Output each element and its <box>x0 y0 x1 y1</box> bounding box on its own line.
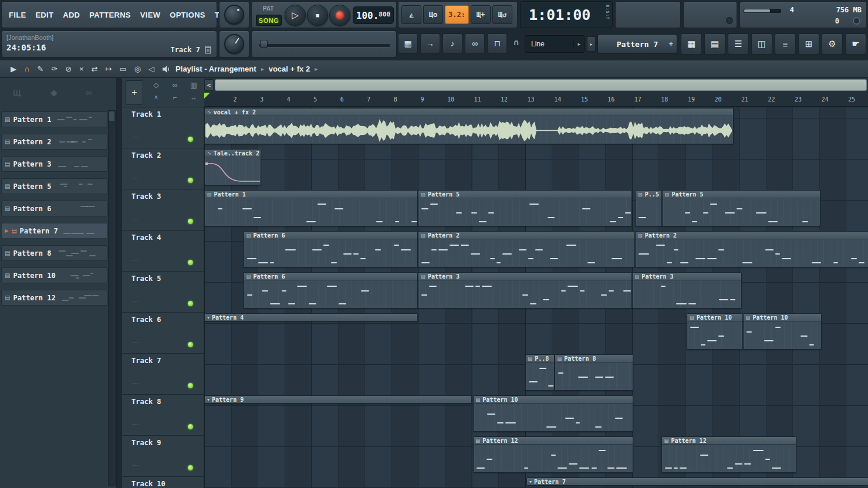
track-enable-led[interactable] <box>188 219 193 224</box>
touch-controller-button[interactable]: ☛ <box>845 33 866 55</box>
precount-button[interactable]: 3.2: <box>445 5 469 24</box>
playlist-clip-pattern-10[interactable]: ▤Pattern 10 <box>687 313 743 350</box>
delete-tool-icon[interactable]: ⊘ <box>65 60 72 78</box>
snap-selector[interactable]: Line ▸ <box>525 35 585 53</box>
add-track-button[interactable]: + <box>126 80 143 105</box>
browser-button[interactable]: ≡ <box>775 33 796 55</box>
trash-icon[interactable] <box>204 45 212 54</box>
pattern-list-item-pattern-8[interactable]: ▤Pattern 8 <box>1 245 107 261</box>
patterns-filter-icon[interactable]: Щ <box>13 87 21 97</box>
channel-rack-button[interactable]: ☰ <box>728 33 749 55</box>
play-button[interactable]: ▷ <box>285 5 306 26</box>
global-snap-icon[interactable]: ∩ <box>513 38 519 47</box>
clip-header[interactable]: ▤Pattern 3 <box>633 273 741 280</box>
clip-header[interactable]: ▤P..5 <box>636 191 661 198</box>
clip-header[interactable]: ▤Pattern 5 <box>663 191 820 198</box>
pattern-scrollbar-thumb[interactable] <box>109 111 114 121</box>
clip-header[interactable]: ▤P..8 <box>526 355 554 362</box>
track-header-track-8[interactable]: Track 8⋯ <box>122 395 204 436</box>
tempo-spinner[interactable]: ▲▼ <box>388 11 391 18</box>
playlist-clip-p-8[interactable]: ▤P..8 <box>525 354 555 391</box>
track-header-track-4[interactable]: Track 4⋯ <box>122 231 204 272</box>
playlist-clip-pattern-4[interactable]: ▾Pattern 4 <box>204 313 418 321</box>
pat-mode-label[interactable]: PAT <box>252 5 285 12</box>
clip-header[interactable]: ▤Pattern 2 <box>418 232 634 239</box>
draw-tool-icon[interactable]: ✎ <box>37 60 43 78</box>
track-enable-led[interactable] <box>188 137 193 142</box>
select-tool-icon[interactable]: ▭ <box>119 60 126 78</box>
pattern-list-item-pattern-1[interactable]: ▤Pattern 1 <box>1 111 107 127</box>
overdub-button[interactable]: Щ+ <box>471 5 491 24</box>
pattern-list-item-pattern-12[interactable]: ▤Pattern 12 <box>1 290 107 306</box>
playlist-title[interactable]: Playlist - Arrangement <box>175 65 256 73</box>
menu-item-options[interactable]: OPTIONS <box>165 11 210 19</box>
speaker-icon[interactable] <box>163 66 171 73</box>
monitor-knob[interactable] <box>726 17 733 24</box>
zoom-tool-icon[interactable]: ◎ <box>134 60 141 78</box>
song-mode-toggle[interactable]: SONG <box>256 15 282 26</box>
jog-wheel[interactable] <box>224 34 244 54</box>
track-header-track-10[interactable]: Track 10⋯ <box>122 477 204 488</box>
playlist-clip-pattern-1[interactable]: ▤Pattern 1 <box>204 190 418 226</box>
clip-header[interactable]: ▤Pattern 10 <box>744 314 821 321</box>
track-header-track-7[interactable]: Track 7⋯ <box>122 354 204 395</box>
track-enable-led[interactable] <box>188 178 193 183</box>
clip-header[interactable]: ▤Pattern 8 <box>555 355 633 362</box>
playlist-breadcrumb[interactable]: vocal + fx 2 <box>269 65 310 73</box>
clip-header[interactable]: ▤Pattern 5 <box>418 191 631 198</box>
add-pattern-button[interactable]: + <box>668 39 673 48</box>
clip-header[interactable]: ▤Pattern 12 <box>474 437 633 445</box>
grid-icon[interactable]: ▥ <box>187 81 201 89</box>
track-options-dots[interactable]: ⋯ <box>133 215 140 223</box>
track-enable-led[interactable] <box>188 260 193 265</box>
playlist-clip-tale-track-2[interactable]: ∿Tale..track_2 <box>204 149 261 185</box>
playlist-clip-pattern-8[interactable]: ▤Pattern 8 <box>555 354 633 391</box>
track-options-dots[interactable]: ⋯ <box>133 421 140 428</box>
pointer-icon[interactable]: ◇ <box>149 81 163 89</box>
mute-tool-icon[interactable]: × <box>79 60 84 78</box>
link-clips-icon[interactable]: ∞ <box>168 81 182 89</box>
track-enable-led[interactable] <box>188 383 193 388</box>
stop-button[interactable]: ■ <box>307 5 328 26</box>
timeline-ruler[interactable]: 2345678910111213141516171819202122232425 <box>204 92 868 107</box>
dial-icon[interactable] <box>853 17 860 25</box>
record-button[interactable] <box>329 5 350 26</box>
pattern-list-item-pattern-7[interactable]: ▶▤Pattern 7 <box>1 223 107 239</box>
playlist-clip-pattern-12[interactable]: ▤Pattern 12 <box>661 436 796 473</box>
playlist-clip-pattern-5[interactable]: ▤Pattern 5 <box>418 190 631 226</box>
song-position-time[interactable]: 1:01:00 <box>529 6 590 23</box>
clip-header[interactable]: ▾Pattern 7 <box>527 478 868 486</box>
clip-header[interactable]: ▤Pattern 6 <box>244 273 417 280</box>
playlist-clip-pattern-10[interactable]: ▤Pattern 10 <box>473 395 633 432</box>
clip-header[interactable]: ∿vocal + fx 2 <box>205 109 733 116</box>
playlist-clip-pattern-5[interactable]: ▤Pattern 5 <box>662 190 820 226</box>
track-options-dots[interactable]: ⋯ <box>133 133 140 141</box>
pitch-slider-groove[interactable] <box>259 44 390 47</box>
menu-item-patterns[interactable]: PATTERNS <box>85 11 136 19</box>
menu-item-file[interactable]: FILE <box>4 11 31 19</box>
playlist-clip-pattern-9[interactable]: ▾Pattern 9 <box>204 395 472 404</box>
pattern-list-item-pattern-2[interactable]: ▤Pattern 2 <box>1 134 107 150</box>
clip-header[interactable]: ▤Pattern 10 <box>474 396 633 404</box>
link-filter-icon[interactable]: ∞ <box>86 87 92 97</box>
pattern-list-item-pattern-5[interactable]: ▤Pattern 5 <box>1 178 107 194</box>
slip-tool-icon[interactable]: ⇄ <box>92 60 98 78</box>
rack-filter-icon[interactable]: ◆ <box>50 87 58 98</box>
playlist-clip-pattern-2[interactable]: ▤Pattern 2 <box>418 231 635 267</box>
pattern-list-item-pattern-6[interactable]: ▤Pattern 6 <box>1 201 107 216</box>
track-options-dots[interactable]: ⋯ <box>133 256 140 264</box>
menu-item-add[interactable]: ADD <box>58 11 85 19</box>
slide-tool-icon[interactable]: ↦ <box>106 60 112 78</box>
track-header-track-3[interactable]: Track 3⋯ <box>122 189 204 231</box>
performance-hat-button[interactable]: ⊓ <box>487 33 507 53</box>
track-options-dots[interactable]: ⋯ <box>133 297 140 305</box>
piano-roll-button[interactable]: ▤ <box>704 33 725 55</box>
note-button[interactable]: ♪ <box>443 33 462 53</box>
wait-for-input-button[interactable]: Щʘ <box>423 5 443 24</box>
clip-header[interactable]: ▾Pattern 9 <box>205 396 471 404</box>
play-tool-icon[interactable]: ▶ <box>11 60 16 78</box>
paint-tool-icon[interactable]: ✑ <box>51 60 58 78</box>
clip-header[interactable]: ▤Pattern 10 <box>687 314 742 321</box>
pitch-slider-thumb[interactable] <box>260 40 268 48</box>
menu-item-view[interactable]: VIEW <box>136 11 165 19</box>
